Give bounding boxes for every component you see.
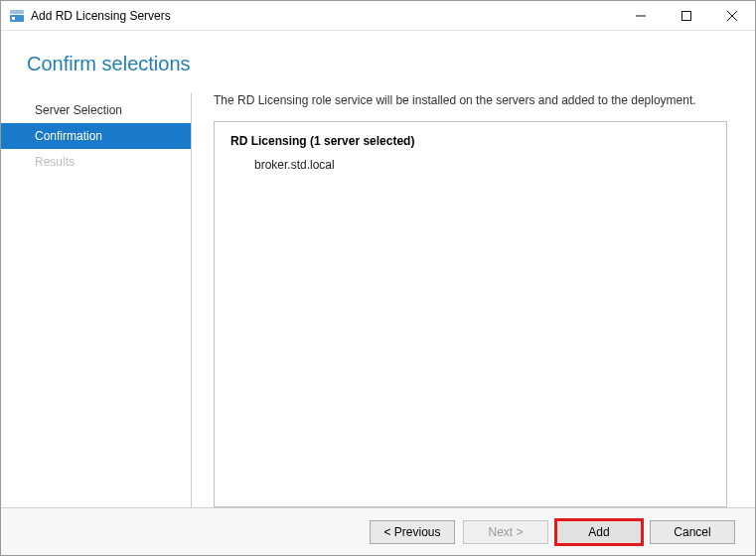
minimize-button[interactable] xyxy=(618,1,664,30)
svg-rect-1 xyxy=(12,17,15,20)
window-controls xyxy=(618,1,755,30)
page-heading: Confirm selections xyxy=(1,31,755,93)
sidebar-item-server-selection[interactable]: Server Selection xyxy=(1,97,191,123)
content-area: Confirm selections Server Selection Conf… xyxy=(1,31,755,507)
window-title: Add RD Licensing Servers xyxy=(31,9,618,23)
app-icon xyxy=(9,8,25,24)
body-row: Server Selection Confirmation Results Th… xyxy=(1,93,755,507)
titlebar: Add RD Licensing Servers xyxy=(1,1,755,31)
confirmation-panel: RD Licensing (1 server selected) broker.… xyxy=(214,121,727,507)
sidebar-item-results: Results xyxy=(1,149,191,175)
wizard-sidebar: Server Selection Confirmation Results xyxy=(1,93,192,507)
sidebar-item-confirmation[interactable]: Confirmation xyxy=(1,123,191,149)
next-button: Next > xyxy=(463,520,548,544)
footer-bar: < Previous Next > Add Cancel xyxy=(1,507,755,555)
panel-title: RD Licensing (1 server selected) xyxy=(230,134,710,148)
main-pane: The RD Licensing role service will be in… xyxy=(192,93,727,507)
close-button[interactable] xyxy=(709,1,755,30)
maximize-button[interactable] xyxy=(664,1,709,30)
cancel-button[interactable]: Cancel xyxy=(650,520,735,544)
svg-rect-4 xyxy=(682,11,691,20)
server-entry: broker.std.local xyxy=(230,158,710,172)
add-button[interactable]: Add xyxy=(556,520,642,544)
previous-button[interactable]: < Previous xyxy=(370,520,455,544)
svg-rect-2 xyxy=(10,10,24,14)
description-text: The RD Licensing role service will be in… xyxy=(214,93,727,107)
